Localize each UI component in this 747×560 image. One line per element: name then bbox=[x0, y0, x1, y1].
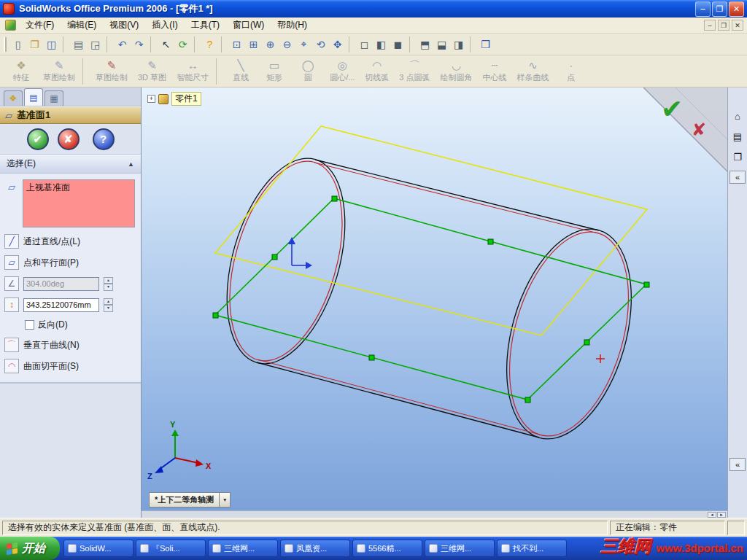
save-icon[interactable]: ◫ bbox=[43, 36, 60, 52]
menu-tools[interactable]: 工具(T) bbox=[185, 17, 226, 34]
ok-button[interactable]: ✔ bbox=[27, 128, 49, 150]
plane-handle[interactable] bbox=[213, 313, 218, 318]
plane-handle[interactable] bbox=[584, 340, 589, 345]
scroll-right-icon[interactable]: ▸ bbox=[717, 512, 726, 518]
plane-handle[interactable] bbox=[644, 282, 649, 287]
tab-configurationmanager[interactable]: ▦ bbox=[44, 90, 63, 106]
surface-tangent-icon[interactable]: ◠ bbox=[4, 359, 19, 373]
smart-dimension-button[interactable]: ↔ 智能尺寸 bbox=[171, 57, 214, 86]
through-line-point-icon[interactable]: ╱ bbox=[4, 234, 19, 249]
distance-input[interactable] bbox=[23, 298, 99, 312]
task-notfound[interactable]: 找不到... bbox=[497, 540, 567, 557]
spinner-up-icon[interactable]: ▴ bbox=[104, 277, 113, 284]
scroll-left-icon[interactable]: ◂ bbox=[708, 512, 716, 518]
menu-edit[interactable]: 编辑(E) bbox=[61, 17, 103, 34]
mdi-restore-icon[interactable]: ❐ bbox=[718, 20, 729, 31]
standard-views-icon[interactable]: ❒ bbox=[477, 36, 494, 52]
distance-icon[interactable]: ↕ bbox=[4, 298, 19, 312]
graphics-area[interactable]: Y X Z ✔ ✘ + bbox=[142, 88, 728, 518]
view-top-icon[interactable]: ⬓ bbox=[433, 36, 450, 52]
plane-handle[interactable] bbox=[369, 355, 374, 360]
open-icon[interactable]: ❐ bbox=[26, 36, 43, 52]
three-point-arc-button[interactable]: ⌒ 3 点圆弧 bbox=[394, 57, 435, 86]
cylinder-right-edge[interactable] bbox=[484, 214, 654, 454]
zoom-fit-icon[interactable]: ⊡ bbox=[228, 36, 245, 52]
confirm-cancel-icon[interactable]: ✘ bbox=[692, 120, 706, 139]
plane-preview-outline[interactable] bbox=[215, 198, 646, 400]
angle-icon[interactable]: ∠ bbox=[4, 276, 19, 291]
distance-spinner[interactable]: ▴ ▾ bbox=[104, 298, 113, 312]
reference-plane-outline[interactable] bbox=[215, 126, 647, 335]
selection-listbox[interactable]: 上视基准面 bbox=[23, 179, 135, 228]
pan-icon[interactable]: ✥ bbox=[329, 36, 346, 52]
view-orientation-icon[interactable]: ◨ bbox=[450, 36, 467, 52]
task-5566[interactable]: 5566精... bbox=[352, 540, 422, 557]
start-button[interactable]: 开始 bbox=[0, 537, 60, 560]
task-fenghuang[interactable]: 凤凰资... bbox=[280, 540, 350, 557]
spinner-down-icon[interactable]: ▾ bbox=[104, 284, 113, 291]
zoom-area-icon[interactable]: ⊞ bbox=[245, 36, 262, 52]
part-name[interactable]: 零件1 bbox=[171, 92, 201, 106]
menu-view[interactable]: 视图(V) bbox=[103, 17, 145, 34]
rectangle-button[interactable]: ▭ 矩形 bbox=[258, 57, 291, 86]
line-button[interactable]: ╲ 直线 bbox=[224, 57, 258, 86]
new-icon[interactable]: ▯ bbox=[9, 36, 26, 52]
sketch-fillet-button[interactable]: ◡ 绘制圆角 bbox=[436, 57, 478, 86]
taskpane-file-explorer-icon[interactable]: ❐ bbox=[729, 149, 746, 165]
cylinder-model[interactable] bbox=[206, 144, 654, 453]
circle-button[interactable]: ◯ 圆 bbox=[291, 57, 325, 86]
task-3dportal-2[interactable]: 三维网... bbox=[425, 540, 495, 557]
cylinder-top-silhouette[interactable] bbox=[315, 160, 599, 230]
maximize-button[interactable]: ❐ bbox=[712, 1, 727, 17]
menu-window[interactable]: 窗口(W) bbox=[226, 17, 271, 34]
minimize-button[interactable]: ‒ bbox=[695, 1, 711, 17]
rotate-view-icon[interactable]: ⟲ bbox=[312, 36, 329, 52]
hidden-lines-icon[interactable]: ◧ bbox=[373, 36, 390, 52]
help-button[interactable]: ? bbox=[93, 128, 115, 150]
features-button[interactable]: ❖ 特征 bbox=[4, 57, 38, 86]
select-icon[interactable]: ↖ bbox=[158, 36, 174, 52]
mdi-minimize-icon[interactable]: ‒ bbox=[704, 20, 716, 31]
selection-group-header[interactable]: 选择(E) ▲ bbox=[0, 155, 141, 174]
taskpane-design-library-icon[interactable]: ▤ bbox=[729, 128, 746, 144]
point-button[interactable]: ∙ 点 bbox=[554, 57, 588, 86]
center-circle-button[interactable]: ◎ 圆心/... bbox=[325, 57, 360, 86]
panel-collapse-lower-icon[interactable]: « bbox=[729, 458, 746, 471]
menu-file[interactable]: 文件(F) bbox=[19, 17, 61, 34]
spinner-down-icon[interactable]: ▾ bbox=[104, 305, 113, 312]
model-canvas[interactable]: Y X Z ✔ ✘ bbox=[142, 88, 728, 518]
cancel-button[interactable]: ✘ bbox=[58, 128, 80, 150]
print-preview-icon[interactable]: ◲ bbox=[87, 36, 104, 52]
close-button[interactable]: ✕ bbox=[729, 1, 744, 17]
tab-featuremanager[interactable]: ❖ bbox=[4, 90, 23, 106]
spinner-up-icon[interactable]: ▴ bbox=[104, 298, 113, 306]
taskpane-collapse-icon[interactable]: « bbox=[729, 171, 746, 184]
redo-icon[interactable]: ↷ bbox=[131, 36, 147, 52]
tab-propertymanager[interactable]: ▤ bbox=[24, 88, 43, 106]
plane-handle[interactable] bbox=[332, 196, 337, 201]
angle-spinner[interactable]: ▴ ▾ bbox=[104, 277, 113, 291]
reverse-checkbox[interactable] bbox=[25, 320, 34, 330]
rebuild-icon[interactable]: ⟳ bbox=[174, 36, 191, 52]
centerline-button[interactable]: ┄ 中心线 bbox=[478, 57, 512, 86]
plane-handle[interactable] bbox=[525, 397, 530, 402]
normal-to-curve-icon[interactable]: ⌒ bbox=[4, 338, 19, 352]
confirm-ok-icon[interactable]: ✔ bbox=[661, 94, 683, 124]
cylinder-left-edge[interactable] bbox=[206, 144, 366, 377]
task-soli-doc[interactable]: 『Soli... bbox=[136, 540, 206, 557]
plane-handle[interactable] bbox=[488, 239, 493, 244]
task-solidworks[interactable]: SolidW... bbox=[63, 540, 133, 557]
view-name[interactable]: *上下二等角轴测 bbox=[149, 492, 220, 508]
tangent-arc-button[interactable]: ◠ 切线弧 bbox=[360, 57, 394, 86]
view-dropdown-icon[interactable]: ▾ bbox=[220, 492, 231, 508]
tree-expand-icon[interactable]: + bbox=[147, 95, 155, 103]
view-orientation-label[interactable]: *上下二等角轴测 ▾ bbox=[149, 492, 231, 508]
plane-handle[interactable] bbox=[272, 254, 277, 260]
zoom-out-icon[interactable]: ⊖ bbox=[279, 36, 295, 52]
taskpane-resources-icon[interactable]: ⌂ bbox=[729, 108, 746, 124]
print-icon[interactable]: ▤ bbox=[70, 36, 87, 52]
point-parallel-icon[interactable]: ▱ bbox=[4, 255, 19, 270]
undo-icon[interactable]: ↶ bbox=[114, 36, 131, 52]
menu-help[interactable]: 帮助(H) bbox=[271, 17, 314, 34]
sketch-toolbar-button[interactable]: ✎ 草图绘制 bbox=[38, 57, 80, 86]
